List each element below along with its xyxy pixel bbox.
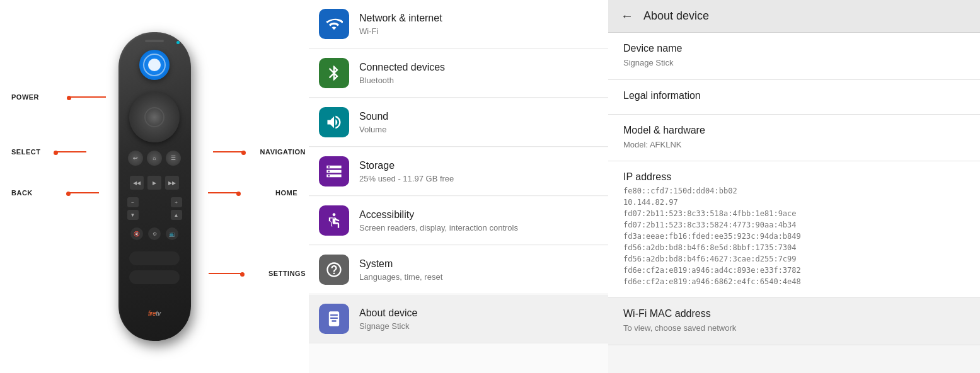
- settings-text-system: SystemLanguages, time, reset: [359, 258, 598, 282]
- capsule-button-2[interactable]: [129, 270, 180, 284]
- about-item-title-legal: Legal information: [623, 90, 965, 101]
- volume-down-button[interactable]: −: [127, 197, 139, 207]
- settings-subtitle-connected: Bluetooth: [359, 76, 598, 85]
- back-label: BACK: [11, 189, 33, 197]
- about-item-title-device-name: Device name: [623, 43, 965, 54]
- remote-teal-indicator: [176, 41, 180, 44]
- nav-center-button[interactable]: [144, 107, 164, 127]
- remote-top-bar: [145, 40, 164, 42]
- settings-title-storage: Storage: [359, 159, 598, 173]
- media-controls-row: ◀◀ ▶ ▶▶: [130, 176, 179, 190]
- back-line: [67, 192, 99, 193]
- settings-icon-storage: [319, 156, 349, 186]
- settings-item-accessibility[interactable]: AccessibilityScreen readers, display, in…: [309, 197, 608, 245]
- home-button[interactable]: ⌂: [147, 151, 162, 166]
- about-item-device-name: Device nameSignage Stick: [608, 33, 980, 80]
- settings-icon-network: [319, 9, 349, 39]
- settings-title-about: About device: [359, 307, 598, 320]
- back-button[interactable]: ↩: [128, 151, 143, 166]
- settings-subtitle-system: Languages, time, reset: [359, 272, 598, 282]
- about-panel: ←About deviceDevice nameSignage StickLeg…: [608, 0, 980, 373]
- home-label: HOME: [275, 189, 297, 197]
- about-item-title-ip: IP address: [623, 171, 965, 183]
- settings-text-accessibility: AccessibilityScreen readers, display, in…: [359, 209, 598, 232]
- settings-text-about: About deviceSignage Stick: [359, 307, 598, 331]
- settings-gear-button[interactable]: ⚙: [148, 227, 161, 240]
- settings-item-network[interactable]: Network & internetWi-Fi: [309, 0, 608, 49]
- settings-subtitle-sound: Volume: [359, 125, 598, 134]
- volume-col-left: − ▼: [127, 197, 139, 220]
- alexa-ring: [143, 54, 166, 76]
- firetv-logo: firetv: [148, 310, 161, 317]
- nav-line: [213, 151, 245, 152]
- mute-button[interactable]: 🔇: [130, 227, 143, 240]
- settings-title-system: System: [359, 258, 598, 271]
- settings-title-network: Network & internet: [359, 12, 598, 25]
- svg-point-0: [333, 213, 336, 216]
- settings-text-sound: SoundVolume: [359, 110, 598, 134]
- settings-item-about[interactable]: About deviceSignage Stick: [309, 295, 608, 343]
- power-line: [68, 96, 106, 98]
- settings-label: SETTINGS: [268, 270, 306, 277]
- settings-subtitle-network: Wi-Fi: [359, 26, 598, 36]
- settings-icon-accessibility: [319, 205, 349, 236]
- settings-item-storage[interactable]: Storage25% used - 11.97 GB free: [309, 147, 608, 196]
- about-item-ip: IP addressfe80::cfd7:150d:dd04:bb02 10.1…: [608, 161, 980, 298]
- about-item-value-ip: fe80::cfd7:150d:dd04:bb02 10.144.82.97 f…: [623, 185, 965, 287]
- settings-item-system[interactable]: SystemLanguages, time, reset: [309, 246, 608, 294]
- select-label: SELECT: [11, 148, 40, 156]
- settings-icon-about: [319, 304, 349, 334]
- channel-up-button[interactable]: ▲: [171, 210, 182, 220]
- tv-button[interactable]: 📺: [166, 227, 178, 240]
- settings-panel: Network & internetWi-FiConnected devices…: [309, 0, 608, 373]
- settings-text-network: Network & internetWi-Fi: [359, 12, 598, 36]
- home-icon: ⌂: [153, 155, 156, 161]
- channel-down-button[interactable]: ▼: [127, 210, 139, 220]
- capsule-button-1[interactable]: [129, 251, 180, 265]
- navigation-label: NAVIGATION: [260, 148, 306, 156]
- fast-forward-button[interactable]: ▶▶: [165, 176, 179, 190]
- about-header: ←About device: [608, 0, 980, 33]
- settings-title-connected: Connected devices: [359, 61, 598, 74]
- about-item-title-model: Model & hardware: [623, 125, 965, 136]
- about-item-wifi-mac: Wi-Fi MAC addressTo view, choose saved n…: [608, 298, 980, 345]
- rewind-button[interactable]: ◀◀: [130, 176, 144, 190]
- settings-text-storage: Storage25% used - 11.97 GB free: [359, 159, 598, 183]
- settings-icon-sound: [319, 107, 349, 137]
- menu-icon: ☰: [171, 155, 176, 161]
- about-item-value-wifi-mac: To view, choose saved network: [623, 322, 965, 335]
- settings-title-accessibility: Accessibility: [359, 209, 598, 222]
- volume-col: + ▲: [171, 197, 182, 220]
- home-line: [208, 192, 239, 193]
- back-icon: ↩: [133, 155, 138, 161]
- fire-text: fire: [148, 310, 156, 317]
- volume-up-button[interactable]: +: [171, 197, 182, 207]
- settings-title-sound: Sound: [359, 110, 598, 123]
- tv-text: tv: [156, 310, 161, 317]
- alexa-inner: [148, 59, 161, 71]
- about-item-value-device-name: Signage Stick: [623, 57, 965, 69]
- settings-item-connected[interactable]: Connected devicesBluetooth: [309, 49, 608, 98]
- settings-subtitle-accessibility: Screen readers, display, interaction con…: [359, 223, 598, 232]
- settings-subtitle-about: Signage Stick: [359, 321, 598, 331]
- bottom-icon-row: 🔇 ⚙ 📺: [130, 227, 178, 240]
- menu-button[interactable]: ☰: [166, 151, 181, 166]
- settings-line: [209, 273, 243, 274]
- settings-item-sound[interactable]: SoundVolume: [309, 98, 608, 147]
- about-header-title: About device: [643, 9, 709, 23]
- select-line: [55, 151, 86, 152]
- nav-circle[interactable]: [129, 92, 180, 142]
- alexa-button[interactable]: [139, 50, 170, 80]
- about-item-title-wifi-mac: Wi-Fi MAC address: [623, 308, 965, 319]
- back-button-about[interactable]: ←: [621, 9, 633, 23]
- remote-body: ↩ ⌂ ☰ ◀◀ ▶ ▶▶ + ▲ − ▼ 🔇 ⚙ 📺: [118, 32, 191, 341]
- back-home-row: ↩ ⌂ ☰: [126, 151, 183, 166]
- settings-subtitle-storage: 25% used - 11.97 GB free: [359, 174, 598, 183]
- settings-icon-system: [319, 255, 349, 285]
- settings-icon-connected: [319, 58, 349, 88]
- play-pause-button[interactable]: ▶: [147, 176, 161, 190]
- remote-panel: POWER SELECT NAVIGATION BACK HOME SETTIN…: [0, 0, 309, 373]
- about-item-legal[interactable]: Legal information: [608, 80, 980, 115]
- settings-text-connected: Connected devicesBluetooth: [359, 61, 598, 85]
- about-item-model: Model & hardwareModel: AFKLNK: [608, 115, 980, 162]
